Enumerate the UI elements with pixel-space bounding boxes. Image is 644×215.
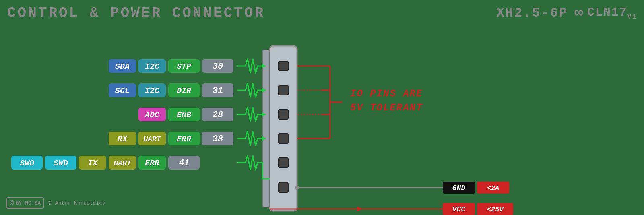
io-pins-line1: IO PINS ARE — [350, 88, 423, 99]
pin-5 — [279, 158, 288, 167]
infinity-icon: ∞ — [574, 5, 584, 21]
connector-tab — [262, 50, 270, 207]
badge-30-text: 30 — [213, 62, 223, 72]
pin-1 — [279, 61, 288, 71]
badge-enb-text: ENB — [177, 110, 191, 120]
brace-dummy — [297, 66, 322, 90]
badge-swo-text: SWO — [20, 159, 34, 168]
main-title: CONTROL & POWER CONNECTOR — [7, 5, 265, 21]
title-area: CONTROL & POWER CONNECTOR — [7, 5, 265, 21]
badge-stp-text: STP — [177, 62, 191, 71]
badge-31-text: 31 — [213, 86, 223, 96]
copyright-area: © BY-NC-SA © Anton Khrustalev — [6, 197, 105, 209]
badge-dir-text: DIR — [177, 86, 192, 95]
diagram-svg: SDA I2C STP 30 SCL I2C DIR 31 ADC ENB 28… — [0, 26, 644, 215]
badge-38-text: 38 — [213, 134, 223, 144]
brand-logo: ∞ CLN17V1 — [574, 5, 637, 21]
badge-rx-text: RX — [118, 134, 128, 144]
vcc-arrow — [357, 207, 362, 211]
pin-6 — [279, 183, 288, 192]
badge-tx-text: TX — [88, 159, 98, 168]
badge-gnd-text: GND — [452, 184, 466, 192]
cc-badge: © BY-NC-SA — [6, 197, 44, 209]
badge-25v-text: <25V — [487, 206, 504, 213]
spec-label: XH2.5-6P — [497, 6, 568, 21]
wave-row2 — [237, 83, 266, 97]
gnd-dot — [295, 186, 299, 190]
io-pins-line2: 5V TOLERANT — [350, 102, 423, 113]
pin-3 — [279, 110, 288, 119]
badge-uart-2-text: UART — [114, 159, 131, 167]
cc-license: BY-NC-SA — [16, 200, 41, 206]
badge-uart-1-text: UART — [143, 135, 161, 143]
author-name: Anton Khrustalev — [55, 200, 105, 206]
badge-41-text: 41 — [179, 158, 189, 168]
brand-name: CLN17V1 — [587, 6, 637, 21]
badge-i2c-1-text: I2C — [145, 62, 160, 71]
cc-icon: © — [10, 199, 14, 207]
wave-row3 — [237, 107, 266, 122]
badge-err-1-text: ERR — [177, 134, 192, 144]
brace-dummy2 — [297, 114, 322, 139]
badge-28-text: 28 — [213, 110, 223, 120]
badge-i2c-2-text: I2C — [145, 86, 160, 95]
badge-vcc-text: VCC — [452, 205, 466, 213]
pin-2 — [279, 85, 288, 95]
badge-sda-text: SDA — [115, 62, 130, 71]
cc-circle: © — [48, 200, 51, 206]
badge-swd-text: SWD — [54, 159, 68, 168]
title-right: XH2.5-6P ∞ CLN17V1 — [497, 5, 637, 21]
wave-row1 — [237, 59, 266, 73]
pin-4 — [279, 134, 288, 143]
badge-2a-text: <2A — [487, 184, 500, 192]
badge-scl-text: SCL — [115, 86, 130, 95]
badge-adc-text: ADC — [144, 110, 160, 120]
badge-err-2-text: ERR — [145, 159, 160, 168]
wave-row4 — [237, 131, 266, 146]
